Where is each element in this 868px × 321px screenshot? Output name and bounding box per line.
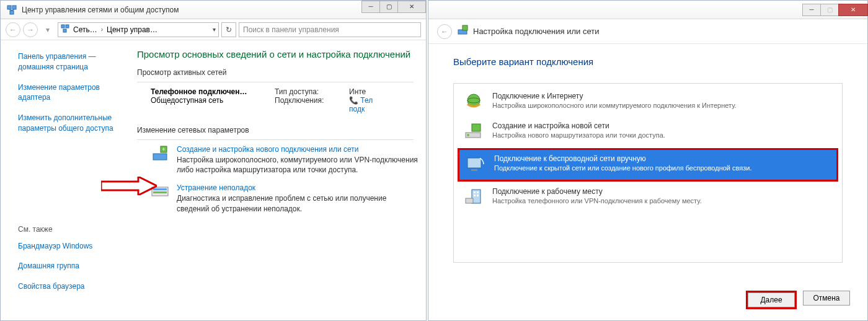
option-workplace[interactable]: Подключение к рабочему месту Настройка т… <box>458 183 838 213</box>
breadcrumb-part[interactable]: Сеть… <box>73 25 97 34</box>
advanced-sharing-link[interactable]: Изменить дополнительные параметры общего… <box>18 113 131 134</box>
svg-rect-27 <box>474 195 476 196</box>
svg-point-21 <box>467 134 469 136</box>
option-desc: Настройка телефонного или VPN-подключени… <box>492 196 833 206</box>
nav-history-button[interactable]: ▾ <box>40 22 55 37</box>
wizard-icon <box>457 25 468 38</box>
options-list: Подключение к Интернету Настройка широко… <box>453 83 843 263</box>
phone-icon: 📞 <box>349 96 358 105</box>
cancel-button[interactable]: Отмена <box>803 291 850 306</box>
svg-rect-0 <box>7 6 11 9</box>
minimize-button[interactable]: ─ <box>802 4 821 16</box>
network-center-window: Центр управления сетями и общим доступом… <box>0 0 427 321</box>
maximize-button[interactable]: ▢ <box>379 1 398 13</box>
address-bar[interactable]: Сеть… › Центр управ… ▾ <box>58 22 219 37</box>
globe-icon <box>463 91 485 113</box>
svg-rect-25 <box>474 191 476 193</box>
option-desc: Настройка нового маршрутизатора или точк… <box>492 131 833 140</box>
troubleshoot-task[interactable]: Устранение неполадок Диагностика и испра… <box>137 183 420 213</box>
svg-rect-23 <box>471 169 477 171</box>
wizard-header: ← Настройка подключения или сети <box>428 19 867 44</box>
window-title: Центр управления сетями и общим доступом <box>22 6 179 14</box>
close-button[interactable]: ✕ <box>838 4 868 16</box>
adapter-settings-link[interactable]: Изменение параметров адаптера <box>18 82 131 103</box>
svg-rect-22 <box>467 158 481 168</box>
option-desc: Настройка широкополосного или коммутируе… <box>492 101 833 110</box>
svg-rect-7 <box>63 29 66 32</box>
see-also-heading: См. также <box>18 224 131 235</box>
monitor-wireless-icon <box>464 154 487 176</box>
next-button[interactable]: Далее <box>748 292 795 307</box>
svg-rect-1 <box>12 6 16 9</box>
wizard-back-button[interactable]: ← <box>437 24 452 39</box>
active-network-block: Телефонное подключен… Общедоступная сеть… <box>137 87 420 113</box>
troubleshoot-desc: Диагностика и исправление проблем с сеть… <box>177 193 420 213</box>
new-connection-icon: + <box>151 145 170 165</box>
building-icon <box>463 187 485 209</box>
maximize-button: ▢ <box>820 4 839 16</box>
option-title: Создание и настройка новой сети <box>492 121 833 131</box>
new-connection-desc: Настройка широкополосного, коммутируемог… <box>177 155 420 175</box>
connection-link[interactable]: 📞 Тел <box>349 96 373 105</box>
titlebar[interactable]: Центр управления сетями и общим доступом… <box>1 1 426 19</box>
svg-rect-2 <box>10 11 14 14</box>
browser-properties-link[interactable]: Свойства браузера <box>18 281 131 292</box>
option-title: Подключение к беспроводной сети вручную <box>494 154 831 164</box>
main-panel: Просмотр основных сведений о сети и наст… <box>137 40 426 320</box>
close-button[interactable]: ✕ <box>397 1 426 13</box>
svg-rect-29 <box>466 198 473 203</box>
network-center-icon <box>7 5 17 15</box>
connection-profile: Общедоступная сеть <box>151 96 256 105</box>
svg-marker-14 <box>101 177 157 195</box>
breadcrumb-part[interactable]: Центр управ… <box>107 25 157 34</box>
new-connection-title: Создание и настройка нового подключения … <box>177 145 420 154</box>
connections-label: Подключения: <box>275 96 330 105</box>
svg-rect-16 <box>463 25 467 30</box>
titlebar[interactable]: ─ ▢ ✕ <box>428 1 867 19</box>
access-type-label: Тип доступа: <box>275 87 330 96</box>
svg-rect-26 <box>477 191 479 193</box>
change-settings-heading: Изменение сетевых параметров <box>137 126 420 136</box>
network-center-icon <box>61 24 69 35</box>
router-icon <box>463 121 485 143</box>
wizard-title: Настройка подключения или сети <box>473 27 599 36</box>
option-title: Подключение к рабочему месту <box>492 187 833 196</box>
connection-link-line2[interactable]: подк <box>349 105 373 113</box>
control-panel-home-link[interactable]: Панель управления — домашняя страница <box>18 51 131 73</box>
svg-rect-6 <box>66 25 69 28</box>
option-connect-internet[interactable]: Подключение к Интернету Настройка широко… <box>458 87 838 117</box>
connection-wizard-window: ─ ▢ ✕ ← Настройка подключения или сети В… <box>428 0 868 321</box>
search-input[interactable]: Поиск в панели управления <box>239 22 421 37</box>
nav-back-button[interactable]: ← <box>6 22 20 37</box>
svg-rect-8 <box>153 154 167 160</box>
new-connection-task[interactable]: + Создание и настройка нового подключени… <box>137 145 420 175</box>
minimize-button[interactable]: ─ <box>361 1 380 13</box>
homegroup-link[interactable]: Домашняя группа <box>18 261 131 271</box>
navbar: ← → ▾ Сеть… › Центр управ… ▾ ↻ Поиск в п… <box>1 19 426 40</box>
active-networks-heading: Просмотр активных сетей <box>137 68 420 78</box>
svg-text:+: + <box>162 146 165 152</box>
option-title: Подключение к Интернету <box>492 91 833 101</box>
wizard-heading: Выберите вариант подключения <box>453 56 843 67</box>
connection-name: Телефонное подключен… <box>151 87 256 96</box>
option-new-network[interactable]: Создание и настройка новой сети Настройк… <box>458 117 838 147</box>
svg-rect-5 <box>61 25 64 28</box>
svg-rect-28 <box>477 195 479 196</box>
refresh-button[interactable]: ↻ <box>221 22 236 37</box>
annotation-arrow-icon <box>101 177 157 195</box>
option-manual-wireless[interactable]: Подключение к беспроводной сети вручную … <box>459 150 836 180</box>
troubleshoot-title: Устранение неполадок <box>177 183 420 192</box>
firewall-link[interactable]: Брандмауэр Windows <box>18 241 131 252</box>
access-type-value: Инте <box>349 87 373 96</box>
main-heading: Просмотр основных сведений о сети и наст… <box>137 49 420 59</box>
svg-rect-20 <box>472 124 480 131</box>
nav-forward-button[interactable]: → <box>23 22 38 37</box>
option-desc: Подключение к скрытой сети или создание … <box>494 164 831 173</box>
